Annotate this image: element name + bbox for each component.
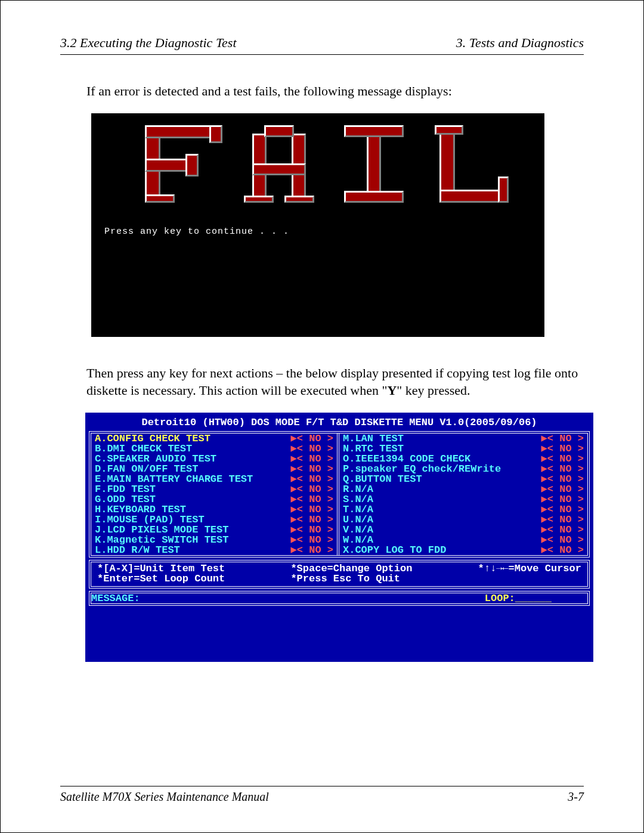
hint-col2: *Space=Change Option*Press Esc To Quit [290,563,412,584]
menu-item[interactable]: T.N/A▶< NO > [339,504,587,515]
ascii-letter-a [240,125,318,203]
menu-item-label: S.N/A [343,494,373,504]
menu-item-label: U.N/A [343,515,373,525]
menu-item-label: P.speaker EQ check/REWrite [343,464,501,474]
footer: Satellite M70X Series Maintenance Manual… [60,786,584,804]
menu-item-label: T.N/A [343,504,373,515]
menu-item[interactable]: G.ODD TEST▶< NO > [91,494,337,504]
menu-item-label: G.ODD TEST [95,494,156,504]
menu-item-label: K.Magnetic SWITCH TEST [95,535,228,545]
menu-item-value: ▶< NO > [291,535,333,545]
dos-menu-terminal: Detroit10 (HTW00) DOS MODE F/T T&D DISKE… [85,413,593,662]
message-box: MESSAGE: LOOP:______ [89,591,590,606]
para2-b: " key pressed. [397,383,470,398]
menu-item-label: C.SPEAKER AUDIO TEST [95,454,216,464]
menu-item-value: ▶< NO > [291,433,333,444]
menu-item[interactable]: W.N/A▶< NO > [339,535,587,545]
menu-item-label: O.IEEE1394 CODE CHECK [343,454,470,464]
menu-item-value: ▶< NO > [541,433,584,444]
menu-item[interactable]: L.HDD R/W TEST▶< NO > [91,545,337,555]
menu-item-value: ▶< NO > [541,484,584,494]
footer-left: Satellite M70X Series Maintenance Manual [60,790,269,804]
page: 3.2 Executing the Diagnostic Test 3. Tes… [0,0,644,833]
menu-item[interactable]: E.MAIN BATTERY CHARGE TEST▶< NO > [91,474,337,484]
menu-item-label: N.RTC TEST [343,444,404,454]
hint-col1: *[A-X]=Unit Item Test*Enter=Set Loop Cou… [97,563,225,584]
hints-box: *[A-X]=Unit Item Test*Enter=Set Loop Cou… [89,560,590,589]
ascii-letter-f [145,125,222,203]
menu-item-value: ▶< NO > [291,454,333,464]
menu-item-value: ▶< NO > [541,535,584,545]
menu-item-label: B.DMI CHECK TEST [95,444,192,454]
menu-item[interactable]: J.LCD PIXELS MODE TEST▶< NO > [91,525,337,535]
menu-item-value: ▶< NO > [291,515,333,525]
menu-item-label: J.LCD PIXELS MODE TEST [95,525,228,535]
menu-item[interactable]: H.KEYBOARD TEST▶< NO > [91,504,337,515]
menu-box: A.CONFIG CHECK TEST▶< NO >B.DMI CHECK TE… [89,431,590,558]
loop-label: LOOP:______ [485,593,552,603]
menu-item-label: L.HDD R/W TEST [95,545,180,555]
menu-item[interactable]: P.speaker EQ check/REWrite▶< NO > [339,464,587,474]
menu-item-value: ▶< NO > [541,494,584,504]
menu-item-value: ▶< NO > [541,474,584,484]
para2-key: Y [387,383,397,398]
ascii-letter-i [336,125,413,203]
dos-title: Detroit10 (HTW00) DOS MODE F/T T&D DISKE… [85,417,593,428]
menu-item[interactable]: R.N/A▶< NO > [339,484,587,494]
menu-item[interactable]: I.MOUSE (PAD) TEST▶< NO > [91,515,337,525]
head-left: 3.2 Executing the Diagnostic Test [60,35,237,51]
ascii-letter-l [431,125,509,203]
menu-item-value: ▶< NO > [541,444,584,454]
menu-item-label: D.FAN ON/OFF TEST [95,464,198,474]
menu-item-value: ▶< NO > [291,484,333,494]
menu-item-label: M.LAN TEST [343,433,404,444]
menu-item[interactable]: A.CONFIG CHECK TEST▶< NO > [91,433,337,444]
menu-item-value: ▶< NO > [291,474,333,484]
hint-col3: *↑↓→←=Move Cursor [478,563,581,584]
menu-col-left: A.CONFIG CHECK TEST▶< NO >B.DMI CHECK TE… [91,433,339,555]
para2-a: Then press any key for next actions – th… [86,366,578,398]
fail-terminal: Press any key to continue . . . [91,113,544,337]
message-label: MESSAGE: [91,593,140,604]
ascii-fail [145,125,509,203]
menu-item[interactable]: S.N/A▶< NO > [339,494,587,504]
menu-item-label: H.KEYBOARD TEST [95,504,186,515]
menu-item-value: ▶< NO > [291,494,333,504]
menu-item-label: I.MOUSE (PAD) TEST [95,515,205,525]
menu-item[interactable]: D.FAN ON/OFF TEST▶< NO > [91,464,337,474]
menu-item-label: E.MAIN BATTERY CHARGE TEST [95,474,253,484]
menu-item-label: W.N/A [343,535,373,545]
menu-item[interactable]: N.RTC TEST▶< NO > [339,444,587,454]
menu-item[interactable]: Q.BUTTON TEST▶< NO > [339,474,587,484]
menu-item-value: ▶< NO > [541,464,584,474]
menu-item-value: ▶< NO > [541,515,584,525]
menu-item[interactable]: U.N/A▶< NO > [339,515,587,525]
menu-item-value: ▶< NO > [291,504,333,515]
paragraph-2: Then press any key for next actions – th… [86,364,584,400]
menu-item[interactable]: F.FDD TEST▶< NO > [91,484,337,494]
menu-item[interactable]: C.SPEAKER AUDIO TEST▶< NO > [91,454,337,464]
menu-item-value: ▶< NO > [291,464,333,474]
menu-item[interactable]: V.N/A▶< NO > [339,525,587,535]
press-any-key: Press any key to continue . . . [104,227,289,237]
running-head: 3.2 Executing the Diagnostic Test 3. Tes… [60,35,584,55]
menu-item-label: F.FDD TEST [95,484,156,494]
menu-item-label: R.N/A [343,484,373,494]
menu-item-label: Q.BUTTON TEST [343,474,422,484]
menu-item-value: ▶< NO > [291,444,333,454]
menu-item-label: X.COPY LOG TO FDD [343,545,446,555]
menu-col-right: M.LAN TEST▶< NO >N.RTC TEST▶< NO >O.IEEE… [339,433,587,555]
menu-item[interactable]: X.COPY LOG TO FDD▶< NO > [339,545,587,555]
menu-item[interactable]: B.DMI CHECK TEST▶< NO > [91,444,337,454]
menu-item-value: ▶< NO > [541,545,584,555]
menu-item[interactable]: O.IEEE1394 CODE CHECK▶< NO > [339,454,587,464]
menu-item-value: ▶< NO > [541,525,584,535]
head-right: 3. Tests and Diagnostics [456,35,584,51]
menu-item[interactable]: K.Magnetic SWITCH TEST▶< NO > [91,535,337,545]
menu-item[interactable]: M.LAN TEST▶< NO > [339,433,587,444]
menu-item-value: ▶< NO > [541,504,584,515]
menu-item-label: A.CONFIG CHECK TEST [95,433,210,444]
menu-item-value: ▶< NO > [291,525,333,535]
paragraph-1: If an error is detected and a test fails… [86,82,584,100]
menu-item-value: ▶< NO > [291,545,333,555]
